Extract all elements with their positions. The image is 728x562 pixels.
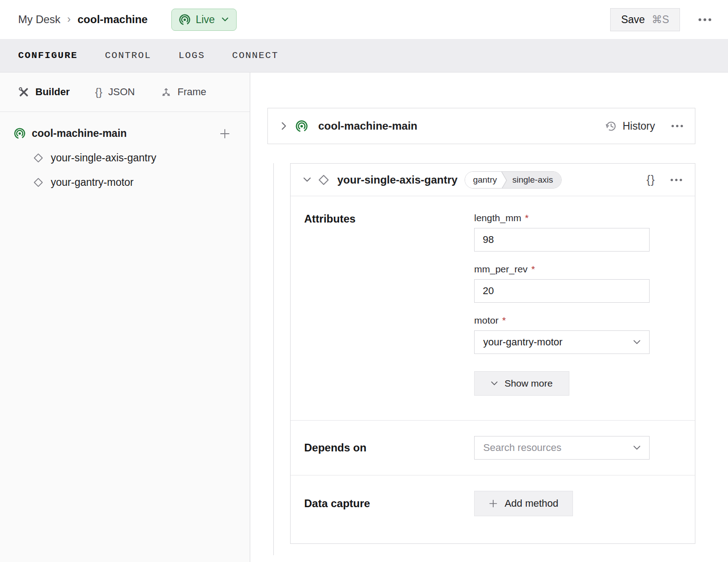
depends-on-fields: Search resources bbox=[474, 436, 650, 460]
field-label: mm_per_rev * bbox=[474, 264, 650, 275]
field-label-text: motor bbox=[474, 315, 499, 326]
live-signal-icon bbox=[14, 127, 26, 140]
view-json-label: JSON bbox=[108, 86, 135, 98]
history-button[interactable]: History bbox=[605, 120, 655, 132]
braces-icon: {} bbox=[95, 86, 102, 98]
save-label: Save bbox=[621, 14, 645, 26]
tree-item-label: your-gantry-motor bbox=[51, 176, 134, 189]
chevron-down-icon bbox=[633, 446, 641, 450]
mm-per-rev-input[interactable] bbox=[474, 279, 650, 303]
content-area: Builder {} JSON Frame bbox=[0, 73, 728, 562]
add-method-label: Add method bbox=[505, 498, 558, 509]
machine-part-card: cool-machine-main History bbox=[267, 108, 695, 144]
data-capture-section: Data capture Add method bbox=[291, 475, 695, 543]
depends-on-section: Depends on Search resources bbox=[291, 421, 695, 475]
motor-select[interactable]: your-gantry-motor bbox=[474, 330, 650, 354]
component-card-header: your-single-axis-gantry gantry single-ax… bbox=[291, 164, 695, 196]
breadcrumb-parent[interactable]: My Desk bbox=[18, 13, 60, 26]
required-asterisk: * bbox=[531, 264, 535, 275]
plus-icon bbox=[489, 499, 498, 508]
data-capture-heading: Data capture bbox=[304, 497, 474, 510]
depends-on-search-select[interactable]: Search resources bbox=[474, 436, 650, 460]
view-frame[interactable]: Frame bbox=[160, 86, 207, 98]
tab-connect[interactable]: CONNECT bbox=[232, 50, 278, 61]
field-label: length_mm * bbox=[474, 213, 650, 223]
json-toggle-braces-icon[interactable]: {} bbox=[646, 173, 655, 186]
show-more-button[interactable]: Show more bbox=[474, 371, 569, 396]
tree-item-label: cool-machine-main bbox=[32, 127, 213, 140]
topbar-left: My Desk › cool-machine Live bbox=[18, 9, 237, 31]
depends-on-placeholder: Search resources bbox=[483, 442, 561, 454]
live-signal-icon bbox=[179, 14, 191, 26]
required-asterisk: * bbox=[525, 213, 529, 223]
component-card-actions: {} bbox=[646, 173, 682, 186]
breadcrumb-separator: › bbox=[67, 13, 71, 25]
component-diamond-icon bbox=[317, 174, 330, 186]
breadcrumb-machine-name: cool-machine bbox=[78, 13, 148, 26]
field-motor: motor * your-gantry-motor bbox=[474, 315, 650, 354]
chevron-down-icon bbox=[633, 340, 641, 344]
badge-chevron-divider bbox=[501, 172, 508, 188]
motor-select-value: your-gantry-motor bbox=[483, 336, 563, 348]
tools-icon bbox=[18, 87, 29, 98]
view-builder-label: Builder bbox=[35, 86, 70, 98]
attributes-heading: Attributes bbox=[304, 213, 474, 396]
field-label-text: length_mm bbox=[474, 213, 521, 223]
save-button[interactable]: Save ⌘S bbox=[610, 8, 680, 31]
frame-axes-icon bbox=[160, 87, 172, 98]
component-card-wrapper: your-single-axis-gantry gantry single-ax… bbox=[267, 163, 695, 544]
field-mm-per-rev: mm_per_rev * bbox=[474, 264, 650, 303]
data-capture-fields: Add method bbox=[474, 491, 650, 516]
view-json[interactable]: {} JSON bbox=[95, 86, 135, 98]
chevron-right-icon[interactable] bbox=[281, 122, 286, 130]
save-shortcut-hint: ⌘S bbox=[652, 14, 669, 26]
topbar-right: Save ⌘S bbox=[610, 8, 712, 31]
component-title: your-single-axis-gantry bbox=[337, 174, 457, 186]
part-menu-ellipsis-icon[interactable] bbox=[671, 125, 683, 127]
length-mm-input[interactable] bbox=[474, 228, 650, 252]
chevron-down-icon bbox=[222, 17, 228, 22]
component-diamond-icon bbox=[33, 177, 44, 188]
chevron-down-icon bbox=[491, 381, 498, 386]
field-length-mm: length_mm * bbox=[474, 213, 650, 252]
chevron-down-icon[interactable] bbox=[303, 177, 311, 182]
gantry-component-card: your-single-axis-gantry gantry single-ax… bbox=[290, 163, 695, 544]
required-asterisk: * bbox=[502, 315, 506, 326]
history-clock-icon bbox=[605, 120, 617, 132]
config-sidebar: Builder {} JSON Frame bbox=[0, 73, 250, 562]
history-label: History bbox=[622, 120, 655, 132]
top-bar: My Desk › cool-machine Live Save ⌘S bbox=[0, 0, 728, 39]
tree-item-gantry[interactable]: your-single-axis-gantry bbox=[14, 152, 231, 164]
resource-tree: cool-machine-main your-single-axis-gantr… bbox=[0, 112, 250, 189]
component-menu-ellipsis-icon[interactable] bbox=[670, 179, 682, 181]
tab-control[interactable]: CONTROL bbox=[105, 50, 151, 61]
field-label: motor * bbox=[474, 315, 650, 326]
view-builder[interactable]: Builder bbox=[18, 86, 70, 98]
depends-on-heading: Depends on bbox=[304, 441, 474, 454]
breadcrumb: My Desk › cool-machine bbox=[18, 13, 148, 26]
machine-card-actions: History bbox=[605, 120, 683, 132]
add-component-plus-icon[interactable] bbox=[219, 128, 231, 140]
live-signal-icon bbox=[295, 120, 308, 133]
machine-menu-ellipsis-icon[interactable] bbox=[698, 18, 712, 21]
tree-item-machine-part[interactable]: cool-machine-main bbox=[14, 127, 231, 140]
attributes-section: Attributes length_mm * mm_per_rev bbox=[291, 196, 695, 421]
field-label-text: mm_per_rev bbox=[474, 264, 528, 275]
machine-part-title: cool-machine-main bbox=[318, 120, 417, 132]
component-diamond-icon bbox=[33, 152, 44, 164]
config-view-switcher: Builder {} JSON Frame bbox=[0, 73, 250, 112]
add-method-button[interactable]: Add method bbox=[474, 491, 573, 516]
tree-item-motor[interactable]: your-gantry-motor bbox=[14, 176, 231, 189]
view-frame-label: Frame bbox=[178, 86, 207, 98]
machine-tab-bar: CONFIGURE CONTROL LOGS CONNECT bbox=[0, 39, 728, 73]
live-status-dropdown[interactable]: Live bbox=[171, 9, 237, 31]
tree-item-label: your-single-axis-gantry bbox=[51, 152, 156, 164]
show-more-label: Show more bbox=[505, 378, 553, 389]
badge-type-label: gantry bbox=[465, 172, 501, 188]
tab-logs[interactable]: LOGS bbox=[179, 50, 205, 61]
attributes-fields: length_mm * mm_per_rev * bbox=[474, 213, 650, 396]
live-status-label: Live bbox=[196, 14, 215, 26]
tab-configure[interactable]: CONFIGURE bbox=[18, 50, 78, 61]
badge-model-label: single-axis bbox=[508, 172, 561, 188]
component-type-badge: gantry single-axis bbox=[465, 171, 562, 189]
